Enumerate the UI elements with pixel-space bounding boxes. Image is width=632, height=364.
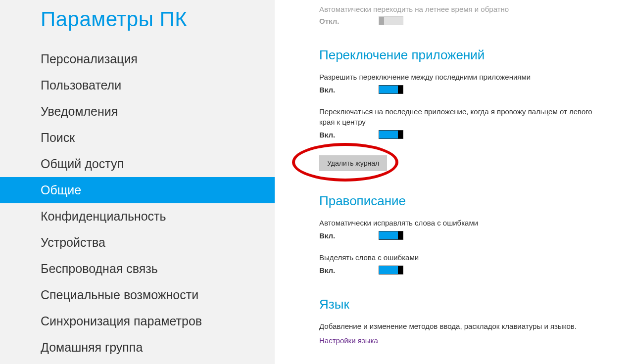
dst-toggle[interactable] <box>379 16 403 25</box>
autocorrect-setting: Автоматически исправлять слова с ошибкам… <box>319 218 602 240</box>
allow-switch-setting: Разрешить переключение между последними … <box>319 72 602 94</box>
sidebar-item-accessibility[interactable]: Специальные возможности <box>0 282 275 308</box>
sidebar-item-devices[interactable]: Устройства <box>0 229 275 256</box>
sidebar-item-notifications[interactable]: Уведомления <box>0 98 275 125</box>
spelling-heading: Правописание <box>319 193 602 209</box>
highlight-toggle[interactable] <box>379 266 403 274</box>
edge-swipe-state-label: Вкл. <box>319 131 339 139</box>
edge-swipe-setting: Переключаться на последнее приложение, к… <box>319 106 602 139</box>
edge-swipe-toggle[interactable] <box>379 130 403 139</box>
edge-swipe-description: Переключаться на последнее приложение, к… <box>319 106 602 127</box>
sidebar-item-personalization[interactable]: Персонализация <box>0 46 275 72</box>
language-settings-link[interactable]: Настройки языка <box>319 336 378 345</box>
sidebar-item-wireless[interactable]: Беспроводная связь <box>0 256 275 282</box>
page-title: Параметры ПК <box>0 7 275 46</box>
dst-description: Автоматически переходить на летнее время… <box>319 5 602 13</box>
language-description: Добавление и изменение методов ввода, ра… <box>319 321 602 331</box>
sidebar: Параметры ПК Персонализация Пользователи… <box>0 0 275 364</box>
language-heading: Язык <box>319 297 602 312</box>
app-switching-heading: Переключение приложений <box>319 47 602 63</box>
sidebar-item-privacy[interactable]: Конфиденциальность <box>0 203 275 229</box>
dst-setting: Автоматически переходить на летнее время… <box>319 5 602 25</box>
dst-state-label: Откл. <box>319 17 339 25</box>
sidebar-item-homegroup[interactable]: Домашняя группа <box>0 334 275 361</box>
sidebar-item-general[interactable]: Общие <box>0 177 275 203</box>
autocorrect-state-label: Вкл. <box>319 231 339 240</box>
allow-switch-description: Разрешить переключение между последними … <box>319 72 602 82</box>
allow-switch-toggle[interactable] <box>379 85 403 94</box>
highlight-setting: Выделять слова с ошибками Вкл. <box>319 252 602 274</box>
sidebar-item-search[interactable]: Поиск <box>0 125 275 151</box>
autocorrect-description: Автоматически исправлять слова с ошибкам… <box>319 218 602 228</box>
highlight-state-label: Вкл. <box>319 266 339 274</box>
autocorrect-toggle[interactable] <box>379 231 403 240</box>
delete-log-button[interactable]: Удалить журнал <box>319 155 387 171</box>
highlight-description: Выделять слова с ошибками <box>319 252 602 263</box>
content-panel: Автоматически переходить на летнее время… <box>275 0 632 364</box>
sidebar-item-users[interactable]: Пользователи <box>0 72 275 98</box>
allow-switch-state-label: Вкл. <box>319 86 339 94</box>
sidebar-item-sync[interactable]: Синхронизация параметров <box>0 308 275 334</box>
delete-log-wrapper: Удалить журнал <box>319 155 387 171</box>
sidebar-item-sharing[interactable]: Общий доступ <box>0 151 275 177</box>
